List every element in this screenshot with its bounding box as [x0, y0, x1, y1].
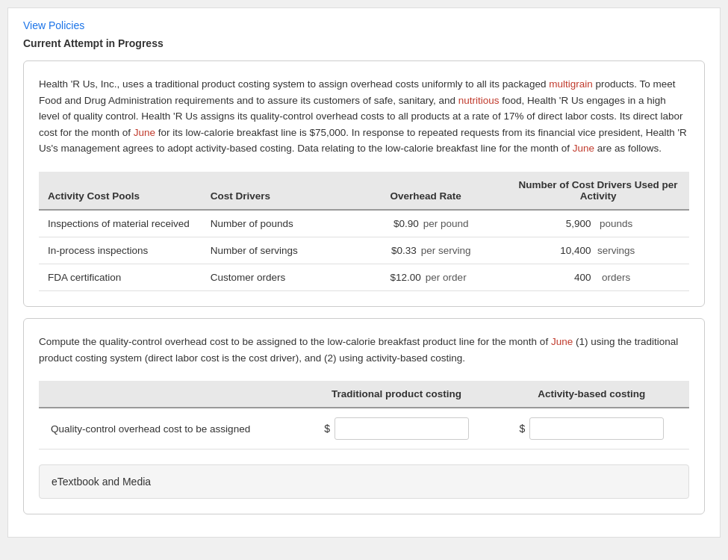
traditional-input-group: $ — [311, 417, 482, 440]
table-header-row: Activity Cost Pools Cost Drivers Overhea… — [39, 172, 689, 210]
view-policies-link[interactable]: View Policies — [23, 19, 705, 31]
etextbook-label: eTextbook and Media — [52, 476, 151, 488]
traditional-cost-input[interactable] — [335, 417, 469, 440]
overhead-3: $12.00 per order — [344, 264, 507, 290]
number-1: 5,900 pounds — [507, 210, 689, 237]
overhead-2: $0.33 per serving — [344, 237, 507, 264]
number-2: 10,400 servings — [507, 237, 689, 264]
th-empty — [39, 381, 299, 408]
dollar-sign-2: $ — [519, 423, 525, 435]
highlight-june2: June — [573, 143, 594, 154]
activity-2: In-process inspections — [39, 237, 202, 264]
cost-row-label: Quality-control overhead cost to be assi… — [39, 408, 299, 449]
overhead-1: $0.90 per pound — [344, 210, 507, 237]
num-val-1: 5,900 — [560, 218, 591, 229]
num-val-2: 10,400 — [560, 245, 591, 256]
driver-2: Number of servings — [202, 237, 345, 264]
rate-amount-3: $12.00 — [385, 272, 421, 283]
th-traditional: Traditional product costing — [299, 381, 494, 408]
activity-based-input-cell: $ — [494, 408, 689, 449]
problem-text: Health 'R Us, Inc., uses a traditional p… — [39, 76, 689, 157]
cost-assignment-table: Traditional product costing Activity-bas… — [39, 381, 689, 449]
rate-unit-2: per serving — [421, 245, 471, 256]
th-overhead-rate: Overhead Rate — [344, 172, 507, 210]
highlight-nutritious: nutritious — [458, 95, 500, 106]
rate-unit-3: per order — [426, 272, 467, 283]
table-row: In-process inspections Number of serving… — [39, 237, 689, 264]
driver-1: Number of pounds — [202, 210, 345, 237]
activity-3: FDA certification — [39, 264, 202, 290]
card-compute: Compute the quality-control overhead cos… — [23, 318, 705, 514]
table-row: Inspections of material received Number … — [39, 210, 689, 237]
rate-amount-2: $0.33 — [381, 245, 417, 256]
rate-unit-1: per pound — [423, 218, 469, 229]
activity-table: Activity Cost Pools Cost Drivers Overhea… — [39, 172, 689, 291]
cost-row: Quality-control overhead cost to be assi… — [39, 408, 689, 449]
table-row: FDA certification Customer orders $12.00… — [39, 264, 689, 290]
etextbook-bar: eTextbook and Media — [39, 464, 689, 499]
compute-text: Compute the quality-control overhead cos… — [39, 334, 689, 366]
traditional-input-cell: $ — [299, 408, 494, 449]
num-unit-3: orders — [596, 272, 637, 283]
rate-amount-1: $0.90 — [383, 218, 419, 229]
cost-table-header-row: Traditional product costing Activity-bas… — [39, 381, 689, 408]
num-unit-1: pounds — [596, 218, 637, 229]
highlight-multigrain: multigrain — [549, 78, 593, 90]
highlight-june3: June — [551, 336, 573, 347]
num-unit-2: servings — [596, 245, 637, 256]
highlight-june1: June — [134, 127, 155, 138]
th-activity-cost-pools: Activity Cost Pools — [39, 172, 202, 210]
number-3: 400 orders — [507, 264, 689, 290]
activity-based-input-group: $ — [506, 417, 677, 440]
page-container: View Policies Current Attempt in Progres… — [7, 7, 721, 538]
dollar-sign-1: $ — [324, 423, 330, 435]
num-val-3: 400 — [560, 272, 591, 283]
th-activity-based: Activity-based costing — [494, 381, 689, 408]
th-cost-drivers: Cost Drivers — [202, 172, 345, 210]
th-number-cost-drivers: Number of Cost Drivers Used per Activity — [507, 172, 689, 210]
driver-3: Customer orders — [202, 264, 345, 290]
activity-based-cost-input[interactable] — [529, 417, 664, 440]
card-problem: Health 'R Us, Inc., uses a traditional p… — [23, 60, 705, 307]
activity-1: Inspections of material received — [39, 210, 202, 237]
current-attempt-label: Current Attempt in Progress — [23, 37, 705, 49]
